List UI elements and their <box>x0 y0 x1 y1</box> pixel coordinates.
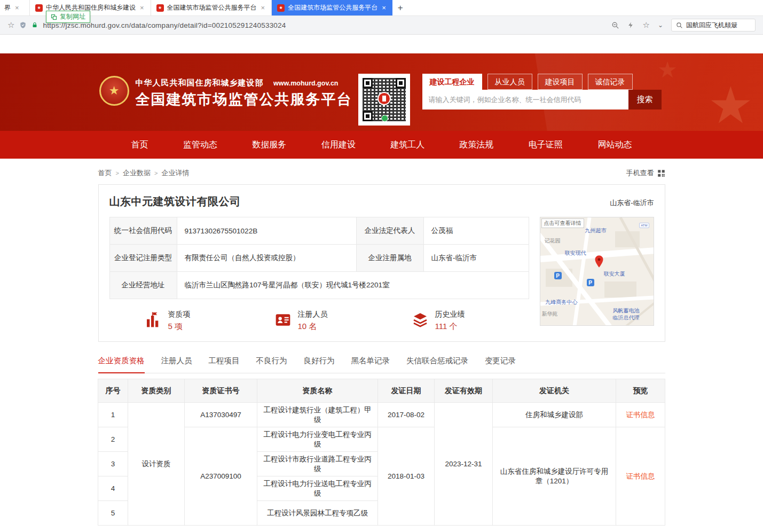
cert-info-link[interactable]: 证书信息 <box>626 472 655 480</box>
mobile-view-link[interactable]: 手机查看 <box>626 168 665 178</box>
company-name: 山东中元建筑设计有限公司 <box>109 194 241 209</box>
tab-label: 全国建筑市场监管公共服务平台 <box>167 3 257 12</box>
flash-icon[interactable] <box>627 21 634 29</box>
table-row: 1 设计资质 A137030497 工程设计建筑行业（建筑工程）甲级 2017-… <box>98 403 665 427</box>
close-icon[interactable]: × <box>260 4 266 12</box>
national-emblem-icon: ★ <box>99 76 129 106</box>
qr-center-logo <box>377 92 391 105</box>
stat-label: 注册人员 <box>298 310 328 319</box>
copy-url-tooltip: 复制网址 <box>46 11 90 23</box>
search-tab-construction-enterprise[interactable]: 建设工程企业 <box>422 74 482 90</box>
favicon-star: ★ <box>158 5 162 10</box>
stat-value: 10 名 <box>298 322 328 332</box>
cell-no: 3 <box>98 452 128 476</box>
tab-qualifications[interactable]: 企业资质资格 <box>98 356 145 373</box>
tab-good-behavior[interactable]: 良好行为 <box>304 356 335 373</box>
cell-cert-no: A237009100 <box>185 427 257 526</box>
search-tab-practitioners[interactable]: 从业人员 <box>487 74 532 90</box>
browser-tab-2[interactable]: ★ 全国建筑市场监管公共服务平台 × <box>151 0 272 15</box>
tab-projects[interactable]: 工程项目 <box>209 356 240 373</box>
header-authority: 发证机关 <box>493 379 616 403</box>
cert-info-link[interactable]: 证书信息 <box>626 411 655 419</box>
stat-qualifications[interactable]: 资质项 5 项 <box>145 310 191 332</box>
emblem-star: ★ <box>109 85 120 97</box>
map-poi-supermarket: 九州超市 <box>585 227 607 234</box>
favorite-star-icon[interactable]: ☆ <box>642 20 649 30</box>
close-icon[interactable]: × <box>139 4 145 12</box>
nav-construction-workers[interactable]: 建筑工人 <box>390 139 424 151</box>
tab-change-records[interactable]: 变更记录 <box>485 356 516 373</box>
qr-mini-icon <box>657 169 665 177</box>
cell-name: 工程设计电力行业送电工程专业丙级 <box>257 476 378 501</box>
cell-authority: 山东省住房和城乡建设厅许可专用章（1201） <box>493 427 616 526</box>
qr-green-dot <box>381 115 388 122</box>
cell-name: 工程设计建筑行业（建筑工程）甲级 <box>257 403 378 427</box>
cell-preview: 证书信息 <box>616 403 665 427</box>
nav-site-news[interactable]: 网站动态 <box>597 139 632 151</box>
new-tab-button[interactable]: + <box>392 0 408 15</box>
search-category-tabs: 建设工程企业 从业人员 建设项目 诚信记录 <box>422 74 633 90</box>
browser-address-bar: ☆ https://jzsc.mohurd.gov.cn/data/compan… <box>0 16 763 35</box>
company-location-map[interactable]: 点击可查看详情 九州超市 ATM 记花园 联安现代 P P 联安大厦 九峰商务中… <box>540 217 654 326</box>
map-poi-battery-2: 临沂总代理 <box>613 314 640 322</box>
lock-icon[interactable] <box>32 21 38 29</box>
breadcrumb-company-data[interactable]: 企业数据 <box>123 168 151 178</box>
site-search-button[interactable]: 搜索 <box>628 90 662 109</box>
breadcrumb: 首页 > 企业数据 > 企业详情 <box>98 168 190 178</box>
company-info-table: 统一社会信用代码 91371302675501022B 企业法定代表人 公茂福 … <box>109 217 529 299</box>
stat-registered-personnel[interactable]: 注册人员 10 名 <box>274 310 328 332</box>
company-region: 山东省-临沂市 <box>610 198 654 208</box>
gov-favicon-icon: ★ <box>277 4 285 12</box>
nav-home[interactable]: 首页 <box>131 139 148 151</box>
breadcrumb-company-detail: 企业详情 <box>161 168 189 178</box>
ministry-site-url: www.mohurd.gov.cn <box>273 80 339 87</box>
stat-historical-achievements[interactable]: 历史业绩 111 个 <box>412 310 465 332</box>
browser-tab-0[interactable]: 界 × <box>0 0 30 15</box>
map-hint: 点击可查看详情 <box>541 218 584 228</box>
breadcrumb-row: 首页 > 企业数据 > 企业详情 手机查看 <box>98 168 665 178</box>
header-issue-date: 发证日期 <box>378 379 435 403</box>
cell-valid-until: 2023-12-31 <box>435 403 493 526</box>
site-search-input[interactable] <box>422 90 628 109</box>
close-icon[interactable]: × <box>381 4 387 12</box>
cell-name: 工程设计风景园林工程专项乙级 <box>257 501 378 526</box>
ministry-name: 中华人民共和国住房和城乡建设部 <box>136 78 264 87</box>
nav-policies[interactable]: 政策法规 <box>460 139 494 151</box>
table-header-row: 序号 资质类别 资质证书号 资质名称 发证日期 发证有效期 发证机关 预览 <box>98 379 665 403</box>
reg-region-label: 企业注册属地 <box>356 245 423 272</box>
search-tab-projects[interactable]: 建设项目 <box>538 74 583 90</box>
search-tab-credit-records[interactable]: 诚信记录 <box>588 74 633 90</box>
company-info-area: 统一社会信用代码 91371302675501022B 企业法定代表人 公茂福 … <box>109 217 529 332</box>
credit-code-label: 统一社会信用代码 <box>109 217 177 245</box>
tab-registered-personnel[interactable]: 注册人员 <box>161 356 192 373</box>
stat-label: 资质项 <box>168 310 191 319</box>
zoom-icon[interactable] <box>611 21 619 29</box>
tab-blacklist-records[interactable]: 黑名单记录 <box>351 356 390 373</box>
close-icon[interactable]: × <box>14 4 20 12</box>
nav-supervision-news[interactable]: 监管动态 <box>183 139 217 151</box>
chevron-down-icon[interactable]: ⌄ <box>658 21 663 29</box>
nav-credit-building[interactable]: 信用建设 <box>321 139 356 151</box>
nav-e-license[interactable]: 电子证照 <box>529 139 563 151</box>
shield-icon[interactable] <box>19 21 27 29</box>
tab-bad-behavior[interactable]: 不良行为 <box>256 356 287 373</box>
address-value: 临沂市兰山区陶然路107号星河晶都（联安）现代城1号楼2201室 <box>177 272 529 299</box>
mobile-view-label: 手机查看 <box>626 168 654 178</box>
browser-tab-3-active[interactable]: ★ 全国建筑市场监管公共服务平台 × <box>272 0 392 15</box>
cell-no: 2 <box>98 427 128 452</box>
tab-dishonesty-records[interactable]: 失信联合惩戒记录 <box>406 356 468 373</box>
main-nav: 首页 监管动态 数据服务 信用建设 建筑工人 政策法规 电子证照 网站动态 <box>0 131 763 159</box>
cell-no: 1 <box>98 403 128 427</box>
bookmark-star-icon[interactable]: ☆ <box>7 20 14 30</box>
site-search: 搜索 <box>422 90 662 109</box>
qr-finder <box>363 111 373 121</box>
nav-data-service[interactable]: 数据服务 <box>252 139 286 151</box>
browser-chrome: 界 × ★ 中华人民共和国住房和城乡建设 × ★ 全国建筑市场监管公共服务平台 … <box>0 0 763 35</box>
hot-search-text: 国航回应飞机颠簸 <box>686 21 737 30</box>
breadcrumb-home[interactable]: 首页 <box>98 168 112 178</box>
cell-no: 5 <box>98 501 128 526</box>
browser-search-box[interactable]: 国航回应飞机颠簸 <box>671 19 756 32</box>
header-no: 序号 <box>98 379 128 403</box>
company-card: 山东中元建筑设计有限公司 山东省-临沂市 统一社会信用代码 9137130267… <box>98 184 665 342</box>
stat-value: 5 项 <box>168 322 191 332</box>
